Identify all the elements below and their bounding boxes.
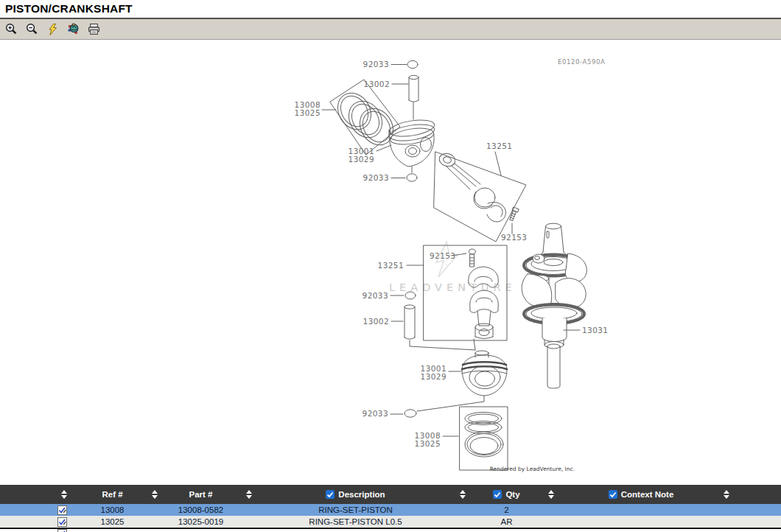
cell-context-note bbox=[567, 504, 715, 516]
edit-check-icon[interactable] bbox=[57, 517, 67, 527]
sort-icon[interactable] bbox=[246, 490, 252, 499]
callout-13002-box[interactable]: 13002 bbox=[363, 317, 389, 326]
circlip-top-drawing bbox=[391, 60, 418, 68]
circlip-mid-drawing bbox=[391, 174, 417, 181]
column-header-description[interactable]: Description bbox=[265, 485, 446, 504]
cell-description: RING-SET-PISTON bbox=[265, 504, 446, 516]
parts-table-header: Ref # Part # Description Qty Context Not… bbox=[0, 485, 781, 504]
callout-13031-crankshaft[interactable]: 13031 bbox=[582, 326, 608, 335]
edit-check-icon bbox=[57, 529, 67, 532]
diagram-area: LEADVENTURE E0120-A590A bbox=[0, 40, 781, 485]
sort-control-ref[interactable] bbox=[140, 485, 169, 504]
piston-pin-top-drawing bbox=[392, 75, 418, 119]
connecting-rod-box-drawing bbox=[434, 152, 526, 242]
sort-control-qty[interactable] bbox=[534, 485, 567, 504]
hotspots-icon[interactable] bbox=[66, 22, 80, 36]
cell-description: RING-SET-PISTON L0.5 bbox=[265, 516, 446, 528]
qty-checkbox[interactable] bbox=[493, 490, 502, 499]
render-credit: Rendered by LeadVenture, Inc. bbox=[490, 466, 575, 472]
table-row-13025[interactable]: 13025 13025-0019 RING-SET-PISTON L0.5 AR bbox=[0, 516, 781, 528]
callout-13251-upper[interactable]: 13251 bbox=[486, 141, 512, 150]
sort-icon[interactable] bbox=[724, 490, 729, 499]
callout-13251-box[interactable]: 13251 bbox=[378, 261, 404, 270]
callout-92033-box[interactable]: 92033 bbox=[363, 291, 388, 300]
column-header-ref[interactable]: Ref # bbox=[85, 485, 140, 504]
circlip-bottom-drawing bbox=[390, 410, 416, 417]
leadventure-watermark: LEADVENTURE bbox=[389, 242, 516, 293]
print-icon[interactable] bbox=[87, 22, 101, 36]
lightning-icon[interactable] bbox=[46, 22, 60, 36]
title-bar: PISTON/CRANKSHAFT bbox=[0, 0, 781, 18]
piston-pin-mid-drawing bbox=[391, 305, 475, 350]
ring-set-top-drawing bbox=[322, 80, 400, 155]
column-header-qty[interactable]: Qty bbox=[479, 485, 534, 504]
sort-control-description[interactable] bbox=[446, 485, 479, 504]
cell-context-note bbox=[567, 516, 715, 528]
sort-icon[interactable] bbox=[460, 490, 466, 499]
sort-icon[interactable] bbox=[152, 490, 158, 499]
svg-text:LEADVENTURE: LEADVENTURE bbox=[389, 281, 516, 293]
table-row-13008[interactable]: 13008 13008-0582 RING-SET-PISTON 2 bbox=[0, 504, 781, 516]
table-row-partial[interactable] bbox=[0, 529, 781, 532]
description-checkbox[interactable] bbox=[326, 490, 335, 499]
callout-13025-top[interactable]: 13025 bbox=[295, 108, 321, 117]
column-header-part[interactable]: Part # bbox=[169, 485, 232, 504]
callout-92033-bottom[interactable]: 92033 bbox=[363, 409, 388, 418]
cell-ref: 13008 bbox=[85, 504, 140, 516]
piston-bottom-drawing bbox=[417, 351, 507, 411]
page-title: PISTON/CRANKSHAFT bbox=[5, 2, 133, 15]
sort-control-context-note[interactable] bbox=[715, 485, 781, 504]
cell-qty: 2 bbox=[479, 504, 534, 516]
sort-control-part[interactable] bbox=[232, 485, 265, 504]
diagram-toolbar bbox=[0, 19, 781, 40]
callout-92033-top[interactable]: 92033 bbox=[363, 60, 389, 69]
cell-part: 13025-0019 bbox=[169, 516, 232, 528]
sort-icon[interactable] bbox=[548, 490, 554, 499]
parts-diagram: LEADVENTURE E0120-A590A bbox=[0, 40, 781, 485]
sort-icon[interactable] bbox=[61, 490, 67, 499]
ring-set-bottom-drawing bbox=[443, 407, 508, 470]
callout-92153-upper[interactable]: 92153 bbox=[501, 233, 527, 242]
context-note-checkbox[interactable] bbox=[609, 490, 617, 499]
cell-part: 13008-0582 bbox=[169, 504, 232, 516]
zoom-in-icon[interactable] bbox=[4, 22, 18, 36]
crankshaft-drawing bbox=[522, 223, 586, 388]
callout-92153-box[interactable]: 92153 bbox=[430, 251, 455, 260]
cell-ref: 13025 bbox=[85, 516, 140, 528]
column-header-context-note[interactable]: Context Note bbox=[567, 485, 715, 504]
zoom-out-icon[interactable] bbox=[25, 22, 39, 36]
callout-13029-bottom[interactable]: 13029 bbox=[421, 372, 446, 381]
callout-13002-top[interactable]: 13002 bbox=[364, 80, 390, 88]
cell-qty: AR bbox=[479, 516, 534, 528]
callout-13029-top[interactable]: 13029 bbox=[349, 155, 374, 164]
edit-check-icon[interactable] bbox=[57, 505, 67, 515]
drawing-number: E0120-A590A bbox=[558, 58, 605, 66]
sort-control-select-col[interactable] bbox=[0, 485, 85, 504]
piston-top-drawing bbox=[377, 117, 435, 172]
callout-13025-bottom[interactable]: 13025 bbox=[415, 439, 441, 448]
callout-92033-mid[interactable]: 92033 bbox=[363, 173, 389, 182]
